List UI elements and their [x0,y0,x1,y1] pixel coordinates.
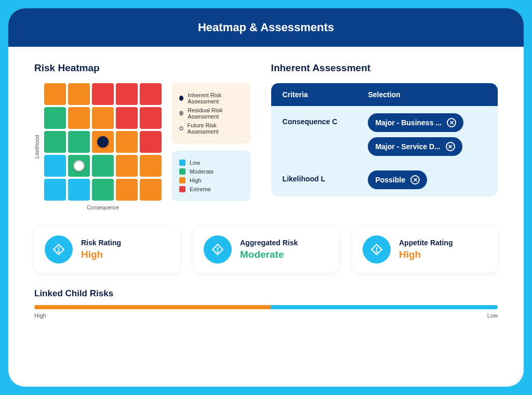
warning-icon [45,235,73,264]
heatmap-cell [140,179,162,201]
legend-label: Inherent Risk Assessment [188,92,243,104]
rating-value: High [81,249,121,260]
assessment-legend: Inherent Risk Assessment Residual Risk A… [172,83,250,143]
svg-point-3 [217,251,218,252]
assessment-title: Inherent Assessment [271,62,498,74]
bar-label-high: High [34,312,46,319]
aggregated-risk-card: Aggregated Risk Moderate [193,226,339,273]
heatmap-x-axis-label: Consequence [87,205,119,210]
level-legend: Low Moderate High Extreme [172,151,250,201]
heatmap-cell [44,155,66,177]
inherent-risk-marker[interactable] [97,136,109,148]
square-icon [179,160,185,166]
remove-icon[interactable]: ✕ [410,175,420,185]
heatmap-cell [92,155,114,177]
legend-label: Future Risk Assessment [188,122,243,135]
heatmap-cell [116,155,138,177]
selection-pill[interactable]: Major - Business ...✕ [368,113,463,132]
linked-risks-bar [34,305,498,309]
rating-value: Moderate [240,249,298,260]
dot-icon [179,126,183,130]
rating-label: Risk Rating [81,239,121,247]
selection-pill[interactable]: Possible✕ [368,170,427,189]
heatmap-title: Risk Heatmap [34,62,250,74]
table-header-selection: Selection [368,90,486,99]
remove-icon[interactable]: ✕ [447,118,456,127]
square-icon [179,177,185,183]
table-row: Consequence C Major - Business ...✕ Majo… [271,106,498,163]
heatmap-cell [140,107,162,129]
heatmap-cell [92,107,114,129]
heatmap-cell [44,131,66,153]
dot-icon [179,96,183,101]
legend-label: Low [190,160,200,166]
legend-label: Residual Risk Assessment [188,107,243,120]
risk-rating-card: Risk Rating High [34,226,180,273]
criteria-label: Likelihood L [283,170,368,183]
svg-point-5 [376,251,377,252]
heatmap-cell [68,107,90,129]
future-risk-marker[interactable] [73,160,85,172]
appetite-rating-card: Appetite Rating High [352,226,498,273]
square-icon [179,186,185,192]
heatmap-cell [116,107,138,129]
heatmap-cell [68,179,90,201]
warning-icon [204,235,232,264]
rating-label: Aggregated Risk [240,239,298,247]
criteria-label: Consequence C [283,113,368,126]
rating-label: Appetite Rating [399,239,453,247]
heatmap-cell [44,179,66,201]
warning-icon [363,235,391,264]
page-header: Heatmap & Assessments [8,8,524,47]
heatmap-cell [44,107,66,129]
heatmap-cell [92,83,114,105]
heatmap-cell [68,83,90,105]
table-header-criteria: Criteria [283,90,368,99]
heatmap-cell [140,155,162,177]
selection-pill[interactable]: Major - Service D...✕ [368,137,462,156]
table-row: Likelihood L Possible✕ [271,163,498,196]
svg-point-1 [58,251,59,252]
dot-icon [179,111,183,116]
heatmap-cell [140,83,162,105]
heatmap-cell [92,179,114,201]
linked-risks-title: Linked Child Risks [34,288,498,299]
legend-label: Extreme [190,186,211,192]
bar-label-low: Low [487,312,498,319]
heatmap-cell [116,83,138,105]
legend-label: High [190,177,202,183]
heatmap-cell [44,83,66,105]
legend-label: Moderate [190,168,214,175]
heatmap-cell [140,131,162,153]
remove-icon[interactable]: ✕ [446,142,455,151]
risk-heatmap-grid [44,83,162,201]
assessment-table: Criteria Selection Consequence C Major -… [271,83,498,196]
heatmap-cell [68,131,90,153]
heatmap-cell [116,179,138,201]
square-icon [179,168,185,175]
heatmap-cell [116,131,138,153]
rating-value: High [399,249,453,260]
heatmap-y-axis-label: Likelihood [34,83,40,210]
